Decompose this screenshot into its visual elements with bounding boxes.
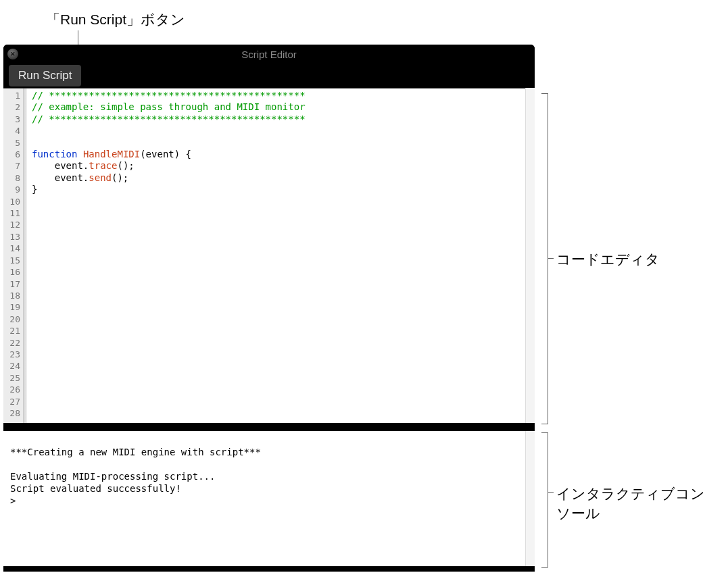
line-number: 6	[3, 149, 23, 160]
line-number: 9	[3, 184, 23, 195]
line-number: 21	[3, 325, 23, 336]
line-number: 13	[3, 231, 23, 243]
bracket-tick	[548, 258, 554, 259]
code-line: }	[32, 184, 529, 195]
script-editor-window: Script Editor Run Script 123456789101112…	[3, 45, 535, 572]
line-number: 20	[3, 313, 23, 325]
code-line: // example: simple pass through and MIDI…	[32, 101, 529, 113]
toolbar: Run Script	[3, 64, 535, 88]
line-number: 8	[3, 172, 23, 184]
code-line	[32, 125, 529, 136]
line-number: 22	[3, 337, 23, 349]
line-number: 25	[3, 372, 23, 384]
line-number-gutter: 1234567891011121314151617181920212223242…	[3, 89, 24, 423]
callout-console: インタラクティブコンソール	[556, 484, 712, 524]
line-number: 11	[3, 207, 23, 219]
close-icon[interactable]	[7, 49, 18, 59]
code-line	[32, 137, 529, 149]
run-script-button[interactable]: Run Script	[9, 65, 81, 86]
line-number: 12	[3, 219, 23, 230]
line-number: 5	[3, 137, 23, 149]
line-number: 24	[3, 360, 23, 372]
line-number: 23	[3, 349, 23, 360]
code-line: event.trace();	[32, 160, 529, 172]
bracket-editor	[541, 93, 548, 424]
code-line: // *************************************…	[32, 114, 529, 125]
line-number: 7	[3, 160, 23, 172]
line-number: 4	[3, 125, 23, 136]
line-number: 18	[3, 290, 23, 301]
line-number: 3	[3, 114, 23, 125]
callout-run-button: 「Run Script」ボタン	[46, 10, 185, 29]
code-line: event.send();	[32, 172, 529, 184]
titlebar: Script Editor	[3, 45, 535, 64]
interactive-console[interactable]: ***Creating a new MIDI engine with scrip…	[3, 431, 535, 566]
scrollbar-vertical-console[interactable]	[525, 431, 535, 566]
callout-code-editor: コードエディタ	[556, 250, 660, 269]
line-number: 2	[3, 101, 23, 113]
pane-divider[interactable]	[3, 423, 535, 431]
code-content[interactable]: // *************************************…	[26, 89, 535, 423]
line-number: 15	[3, 255, 23, 266]
code-editor[interactable]: 1234567891011121314151617181920212223242…	[3, 88, 535, 423]
line-number: 16	[3, 266, 23, 278]
line-number: 14	[3, 243, 23, 254]
code-line: function HandleMIDI(event) {	[32, 149, 529, 160]
line-number: 17	[3, 278, 23, 290]
line-number: 27	[3, 396, 23, 407]
line-number: 10	[3, 196, 23, 207]
line-number: 28	[3, 407, 23, 419]
bracket-tick	[548, 492, 554, 493]
line-number: 19	[3, 301, 23, 313]
bracket-console	[541, 432, 548, 568]
line-number: 26	[3, 384, 23, 395]
code-line: // *************************************…	[32, 90, 529, 101]
line-number: 1	[3, 90, 23, 101]
window-title: Script Editor	[241, 49, 297, 60]
scrollbar-vertical[interactable]	[525, 88, 535, 423]
